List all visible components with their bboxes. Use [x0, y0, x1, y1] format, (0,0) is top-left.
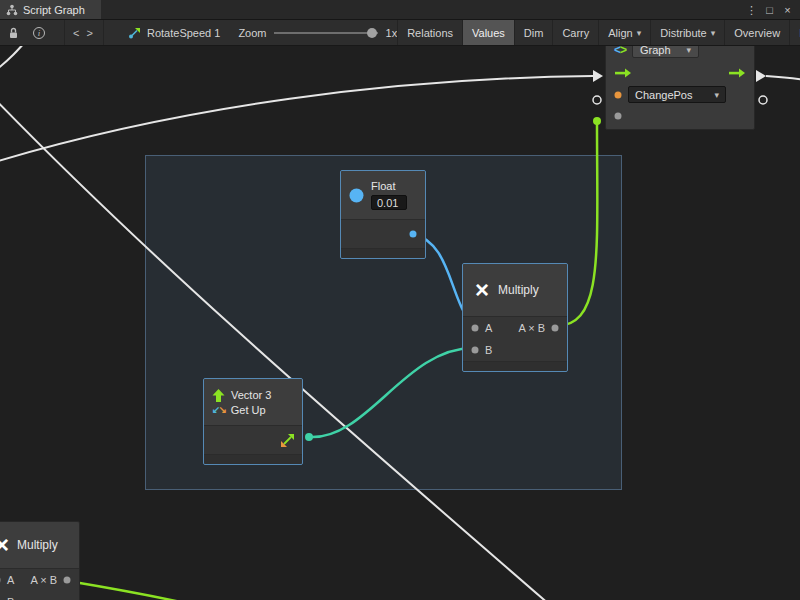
- port-result-label: A × B: [518, 322, 545, 334]
- window-menu-button[interactable]: ⋮: [744, 1, 759, 19]
- float-type-icon: [349, 188, 364, 203]
- info-button[interactable]: i: [26, 20, 52, 45]
- multiply2-node-ports: A A × B B: [0, 568, 79, 600]
- port-row: A A × B: [0, 569, 79, 591]
- distribute-button[interactable]: Distribute ▾: [650, 20, 724, 45]
- wire-white-to-graph-input[interactable]: [0, 76, 593, 165]
- zoom-slider-handle[interactable]: [367, 28, 377, 38]
- vector-node-ports: [204, 425, 302, 454]
- flow-out-arrow-icon[interactable]: [728, 67, 746, 79]
- node-graph-unit[interactable]: <> Graph ▾ ChangePos ▾: [605, 36, 755, 130]
- port-row: B: [0, 591, 79, 600]
- chevron-down-icon: ▾: [687, 45, 692, 55]
- float-value-input[interactable]: 0.01: [371, 195, 407, 210]
- zoom-control: Zoom 1x: [238, 20, 397, 45]
- wire-multiply2-output[interactable]: [68, 581, 232, 600]
- flow-arrow-marker-left[interactable]: [593, 70, 603, 82]
- chevron-down-icon: ▾: [714, 90, 719, 100]
- float-node-ports: [341, 219, 425, 248]
- float-output-port[interactable]: [409, 230, 417, 238]
- multiply2-node-title: Multiply: [17, 538, 58, 552]
- multiply-icon: ×: [0, 533, 9, 557]
- chevron-down-icon: ▾: [637, 28, 642, 38]
- vector-node-subtitle: Get Up: [231, 404, 266, 416]
- button-label: Distribute: [660, 27, 706, 39]
- graph-extra-port-row: [606, 105, 754, 129]
- port-row: B: [463, 339, 567, 361]
- graph-variable-row: ChangePos ▾: [606, 84, 754, 105]
- output-port-result[interactable]: [63, 576, 71, 584]
- node-footer: [204, 454, 302, 464]
- zoom-slider[interactable]: [274, 32, 378, 34]
- move-arrows-icon: [281, 434, 294, 447]
- input-port-b[interactable]: [471, 346, 479, 354]
- vector-axes-icon: ↙↘: [212, 404, 225, 415]
- port-b-label: B: [7, 596, 14, 600]
- button-label: Dim: [524, 27, 544, 39]
- float-node-header: Float 0.01: [341, 171, 425, 219]
- graph-toolbar: i < > RotateSpeed 1 Zoom 1x Relations Va…: [0, 20, 800, 46]
- multiply-node-title: Multiply: [498, 283, 539, 297]
- port-result-label: A × B: [30, 574, 57, 586]
- graph-flow-row: [606, 60, 754, 84]
- port-a-label: A: [7, 574, 14, 586]
- wire-getup-to-multiply-b[interactable]: [309, 348, 473, 437]
- zoom-label: Zoom: [238, 27, 266, 39]
- port-b-label: B: [485, 344, 492, 356]
- multiply-icon: ×: [475, 278, 489, 302]
- float-node-title: Float: [371, 180, 395, 192]
- node-footer: [463, 361, 567, 371]
- maximize-button[interactable]: □: [762, 1, 777, 19]
- input-port-a[interactable]: [471, 324, 479, 332]
- button-label: Overview: [734, 27, 780, 39]
- up-arrow-icon: [212, 389, 225, 402]
- port-row: [204, 426, 302, 454]
- node-vector3-getup[interactable]: Vector 3 ↙↘ Get Up: [203, 378, 303, 465]
- wire-endpoint-dot[interactable]: [305, 433, 313, 441]
- graph-asset-chip[interactable]: RotateSpeed 1: [122, 20, 226, 45]
- button-label: Carry: [562, 27, 589, 39]
- code-icon: < >: [73, 27, 95, 39]
- output-port-result[interactable]: [551, 324, 559, 332]
- wire-white-from-graph-output[interactable]: [766, 76, 800, 80]
- graph-asset-label: RotateSpeed 1: [147, 27, 220, 39]
- lock-icon: [8, 27, 19, 39]
- lock-button[interactable]: [0, 20, 26, 45]
- port-a-label: A: [485, 322, 492, 334]
- align-button[interactable]: Align ▾: [598, 20, 650, 45]
- node-multiply[interactable]: × Multiply A A × B B: [462, 263, 568, 372]
- input-port-a[interactable]: [0, 576, 1, 584]
- edit-script-button[interactable]: < >: [64, 20, 104, 45]
- value-port-ring-left[interactable]: [593, 96, 601, 104]
- value-port[interactable]: [614, 91, 622, 99]
- overview-button[interactable]: Overview: [724, 20, 789, 45]
- close-button[interactable]: ×: [780, 1, 795, 19]
- graph-canvas[interactable]: <> Graph ▾ ChangePos ▾: [0, 0, 800, 600]
- button-label: Align: [608, 27, 632, 39]
- node-float[interactable]: Float 0.01: [340, 170, 426, 259]
- flow-arrow-marker-right[interactable]: [756, 70, 766, 82]
- window-controls: ⋮ □ ×: [744, 0, 800, 19]
- variable-dropdown-label: ChangePos: [635, 89, 693, 101]
- button-label: Values: [472, 27, 505, 39]
- variable-dropdown[interactable]: ChangePos ▾: [628, 86, 726, 103]
- value-port-ring-right[interactable]: [759, 96, 767, 104]
- relations-button[interactable]: Relations: [397, 20, 462, 45]
- values-button[interactable]: Values: [462, 20, 514, 45]
- node-multiply-2[interactable]: × Multiply A A × B B: [0, 521, 80, 600]
- tab-script-graph[interactable]: Script Graph: [0, 0, 101, 19]
- window-title: Script Graph: [23, 4, 85, 16]
- wire-endpoint-dot[interactable]: [593, 117, 601, 125]
- port-row: A A × B: [463, 317, 567, 339]
- multiply-node-header: × Multiply: [463, 264, 567, 316]
- flow-in-arrow-icon[interactable]: [614, 67, 632, 79]
- dim-button[interactable]: Dim: [514, 20, 553, 45]
- graph-asset-icon: [128, 27, 141, 39]
- vector-node-header: Vector 3 ↙↘ Get Up: [204, 379, 302, 425]
- port-row: [341, 220, 425, 248]
- zoom-value: 1x: [386, 27, 398, 39]
- full-screen-button[interactable]: Full Screen: [789, 20, 800, 45]
- carry-button[interactable]: Carry: [552, 20, 598, 45]
- value-port[interactable]: [614, 112, 622, 120]
- info-icon: i: [33, 27, 45, 39]
